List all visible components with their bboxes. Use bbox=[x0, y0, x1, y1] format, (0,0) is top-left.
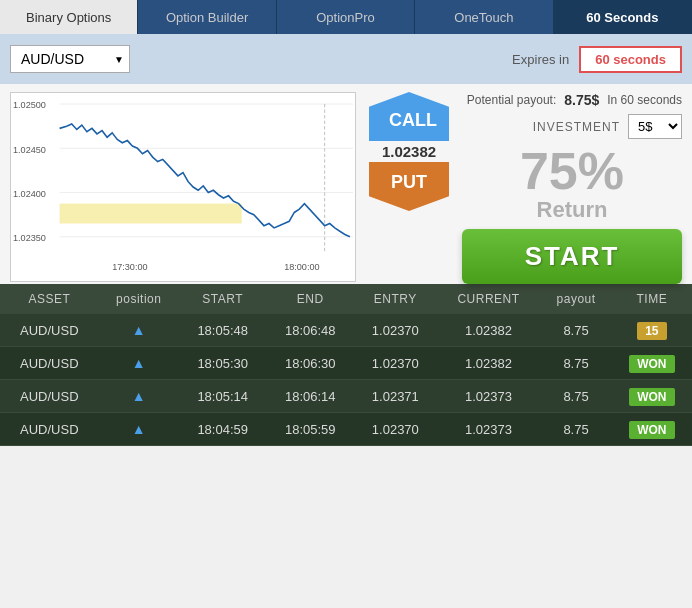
return-percent: 75% bbox=[462, 145, 682, 197]
cell-position: ▲ bbox=[99, 314, 179, 347]
cell-end: 18:06:48 bbox=[266, 314, 354, 347]
cell-start: 18:05:48 bbox=[179, 314, 267, 347]
won-badge: WON bbox=[629, 421, 674, 439]
table-row: AUD/USD ▲ 18:05:14 18:06:14 1.02371 1.02… bbox=[0, 380, 692, 413]
cell-time: WON bbox=[612, 413, 692, 446]
return-label: Return bbox=[462, 197, 682, 223]
table-row: AUD/USD ▲ 18:05:48 18:06:48 1.02370 1.02… bbox=[0, 314, 692, 347]
won-badge: WON bbox=[629, 388, 674, 406]
cell-current: 1.02373 bbox=[437, 413, 541, 446]
cell-time: WON bbox=[612, 380, 692, 413]
tab-60-seconds[interactable]: 60 Seconds bbox=[554, 0, 692, 34]
svg-text:1.02350: 1.02350 bbox=[13, 232, 46, 243]
cell-entry: 1.02370 bbox=[354, 347, 437, 380]
cell-payout: 8.75 bbox=[540, 314, 611, 347]
position-arrow-up: ▲ bbox=[132, 322, 146, 338]
table-row: AUD/USD ▲ 18:04:59 18:05:59 1.02370 1.02… bbox=[0, 413, 692, 446]
cell-time: WON bbox=[612, 347, 692, 380]
asset-select-input[interactable]: AUD/USD bbox=[10, 45, 130, 73]
tab-one-touch[interactable]: OneTouch bbox=[415, 0, 553, 34]
cell-entry: 1.02371 bbox=[354, 380, 437, 413]
right-panel: Potential payout: 8.75$ In 60 seconds IN… bbox=[462, 92, 682, 284]
active-badge: 15 bbox=[637, 322, 666, 340]
current-price: 1.02382 bbox=[382, 143, 436, 160]
tab-bar: Binary Options Option Builder OptionPro … bbox=[0, 0, 692, 34]
call-put-panel: CALL 1.02382 PUT bbox=[364, 92, 454, 211]
cell-end: 18:05:59 bbox=[266, 413, 354, 446]
svg-text:18:00:00: 18:00:00 bbox=[284, 261, 319, 272]
table-body: AUD/USD ▲ 18:05:48 18:06:48 1.02370 1.02… bbox=[0, 314, 692, 446]
cell-asset: AUD/USD bbox=[0, 314, 99, 347]
col-time: TIME bbox=[612, 284, 692, 314]
cell-position: ▲ bbox=[99, 347, 179, 380]
position-arrow-up: ▲ bbox=[132, 388, 146, 404]
cell-position: ▲ bbox=[99, 413, 179, 446]
cell-asset: AUD/USD bbox=[0, 347, 99, 380]
main-trading-row: 1.02500 1.02450 1.02400 1.02350 17:30:00… bbox=[0, 84, 692, 284]
expires-area: Expires in 60 seconds bbox=[512, 46, 682, 73]
won-badge: WON bbox=[629, 355, 674, 373]
tab-binary-options[interactable]: Binary Options bbox=[0, 0, 138, 34]
svg-rect-4 bbox=[60, 204, 242, 224]
tab-option-builder[interactable]: Option Builder bbox=[138, 0, 276, 34]
position-arrow-up: ▲ bbox=[132, 355, 146, 371]
table-header: ASSET position START END ENTRY CURRENT p… bbox=[0, 284, 692, 314]
cell-current: 1.02382 bbox=[437, 314, 541, 347]
cell-current: 1.02373 bbox=[437, 380, 541, 413]
asset-selector[interactable]: AUD/USD bbox=[10, 45, 130, 73]
col-payout: payout bbox=[540, 284, 611, 314]
cell-time: 15 bbox=[612, 314, 692, 347]
col-start: START bbox=[179, 284, 267, 314]
tab-option-pro[interactable]: OptionPro bbox=[277, 0, 415, 34]
cell-asset: AUD/USD bbox=[0, 380, 99, 413]
cell-position: ▲ bbox=[99, 380, 179, 413]
header-row: ASSET position START END ENTRY CURRENT p… bbox=[0, 284, 692, 314]
col-current: CURRENT bbox=[437, 284, 541, 314]
cell-start: 18:04:59 bbox=[179, 413, 267, 446]
cell-payout: 8.75 bbox=[540, 380, 611, 413]
svg-text:1.02450: 1.02450 bbox=[13, 143, 46, 154]
cell-entry: 1.02370 bbox=[354, 413, 437, 446]
col-position: position bbox=[99, 284, 179, 314]
cell-payout: 8.75 bbox=[540, 413, 611, 446]
cell-end: 18:06:14 bbox=[266, 380, 354, 413]
svg-text:1.02400: 1.02400 bbox=[13, 188, 46, 199]
price-chart: 1.02500 1.02450 1.02400 1.02350 17:30:00… bbox=[10, 92, 356, 282]
investment-row: INVESTMENT 5$ 10$ 25$ bbox=[462, 114, 682, 139]
cell-start: 18:05:30 bbox=[179, 347, 267, 380]
cell-payout: 8.75 bbox=[540, 347, 611, 380]
call-button[interactable]: CALL bbox=[369, 92, 449, 141]
payout-row: Potential payout: 8.75$ In 60 seconds bbox=[462, 92, 682, 108]
payout-seconds: In 60 seconds bbox=[607, 93, 682, 107]
start-button[interactable]: START bbox=[462, 229, 682, 284]
put-button[interactable]: PUT bbox=[369, 162, 449, 211]
cell-current: 1.02382 bbox=[437, 347, 541, 380]
table-row: AUD/USD ▲ 18:05:30 18:06:30 1.02370 1.02… bbox=[0, 347, 692, 380]
svg-text:17:30:00: 17:30:00 bbox=[112, 261, 147, 272]
cell-asset: AUD/USD bbox=[0, 413, 99, 446]
investment-label: INVESTMENT bbox=[533, 120, 620, 134]
trades-table: ASSET position START END ENTRY CURRENT p… bbox=[0, 284, 692, 446]
expires-value: 60 seconds bbox=[579, 46, 682, 73]
cell-start: 18:05:14 bbox=[179, 380, 267, 413]
cell-end: 18:06:30 bbox=[266, 347, 354, 380]
col-end: END bbox=[266, 284, 354, 314]
cell-entry: 1.02370 bbox=[354, 314, 437, 347]
col-asset: ASSET bbox=[0, 284, 99, 314]
payout-amount: 8.75$ bbox=[564, 92, 599, 108]
col-entry: ENTRY bbox=[354, 284, 437, 314]
potential-payout-label: Potential payout: bbox=[467, 93, 556, 107]
return-area: 75% Return bbox=[462, 145, 682, 223]
svg-text:1.02500: 1.02500 bbox=[13, 99, 46, 110]
subheader: AUD/USD Expires in 60 seconds bbox=[0, 34, 692, 84]
expires-label: Expires in bbox=[512, 52, 569, 67]
investment-select[interactable]: 5$ 10$ 25$ bbox=[628, 114, 682, 139]
position-arrow-up: ▲ bbox=[132, 421, 146, 437]
chart-svg: 1.02500 1.02450 1.02400 1.02350 17:30:00… bbox=[11, 93, 355, 281]
